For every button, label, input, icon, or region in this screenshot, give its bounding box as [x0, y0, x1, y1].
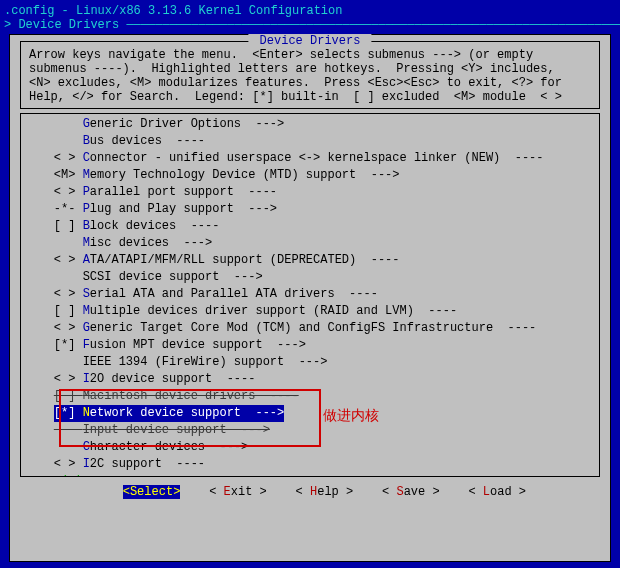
menu-item[interactable]: [*] Fusion MPT device support --->: [25, 337, 595, 354]
menu-item[interactable]: Character devices --->: [25, 439, 595, 456]
button-row: <Select> < Exit > < Help > < Save > < Lo…: [12, 485, 608, 499]
window-title: .config - Linux/x86 3.13.6 Kernel Config…: [4, 4, 616, 18]
menu-list[interactable]: Generic Driver Options ---> Bus devices …: [20, 113, 600, 477]
menu-item[interactable]: < > Parallel port support ----: [25, 184, 595, 201]
menu-item[interactable]: Input device support --->: [25, 422, 595, 439]
breadcrumb: > Device Drivers ───────────────────────…: [4, 18, 616, 32]
menu-item[interactable]: [ ] Block devices ----: [25, 218, 595, 235]
menu-item[interactable]: SCSI device support --->: [25, 269, 595, 286]
menu-item[interactable]: < > Generic Target Core Mod (TCM) and Co…: [25, 320, 595, 337]
box-title: Device Drivers: [248, 34, 371, 48]
scroll-down-indicator: v(+): [25, 473, 595, 477]
menu-item[interactable]: Misc devices --->: [25, 235, 595, 252]
menu-item[interactable]: Bus devices ----: [25, 133, 595, 150]
menu-item[interactable]: < > Serial ATA and Parallel ATA drivers …: [25, 286, 595, 303]
menu-item[interactable]: [ ] Macintosh device drivers ----: [25, 388, 595, 405]
help-box: Device Drivers Arrow keys navigate the m…: [20, 41, 600, 109]
select-button[interactable]: <Select>: [123, 485, 181, 499]
save-button[interactable]: < Save >: [382, 485, 440, 499]
menu-item[interactable]: [*] Network device support --->: [25, 405, 595, 422]
exit-button[interactable]: < Exit >: [209, 485, 267, 499]
menu-item[interactable]: <M> Memory Technology Device (MTD) suppo…: [25, 167, 595, 184]
help-text: Arrow keys navigate the menu. <Enter> se…: [27, 42, 593, 106]
menu-item[interactable]: -*- Plug and Play support --->: [25, 201, 595, 218]
menu-item[interactable]: Generic Driver Options --->: [25, 116, 595, 133]
menu-item[interactable]: < > ATA/ATAPI/MFM/RLL support (DEPRECATE…: [25, 252, 595, 269]
load-button[interactable]: < Load >: [468, 485, 526, 499]
menu-item[interactable]: < > I2C support ----: [25, 456, 595, 473]
menu-item[interactable]: < > Connector - unified userspace <-> ke…: [25, 150, 595, 167]
main-panel: Device Drivers Arrow keys navigate the m…: [9, 34, 611, 562]
help-button[interactable]: < Help >: [296, 485, 354, 499]
menu-item[interactable]: [ ] Multiple devices driver support (RAI…: [25, 303, 595, 320]
menu-item[interactable]: < > I2O device support ----: [25, 371, 595, 388]
menu-item[interactable]: IEEE 1394 (FireWire) support --->: [25, 354, 595, 371]
